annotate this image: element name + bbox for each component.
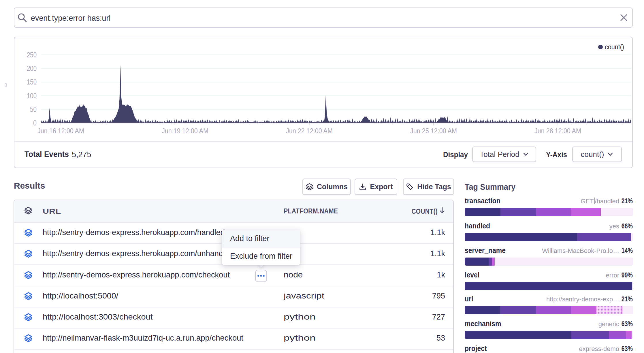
svg-text:Jun 22 12:00 AM: Jun 22 12:00 AM (286, 127, 333, 135)
svg-text:100: 100 (27, 92, 37, 100)
svg-text:250: 250 (27, 51, 37, 59)
svg-text:Jun 25 12:00 AM: Jun 25 12:00 AM (410, 127, 457, 135)
svg-text:Jun 28 12:00 AM: Jun 28 12:00 AM (534, 127, 581, 135)
svg-text:Jun 16 12:00 AM: Jun 16 12:00 AM (37, 127, 84, 135)
svg-text:Jun 19 12:00 AM: Jun 19 12:00 AM (162, 127, 208, 135)
svg-text:50: 50 (30, 105, 37, 113)
svg-text:0: 0 (33, 119, 37, 127)
svg-text:150: 150 (27, 78, 37, 86)
svg-text:200: 200 (27, 64, 37, 72)
svg-text:count(): count() (605, 43, 624, 51)
